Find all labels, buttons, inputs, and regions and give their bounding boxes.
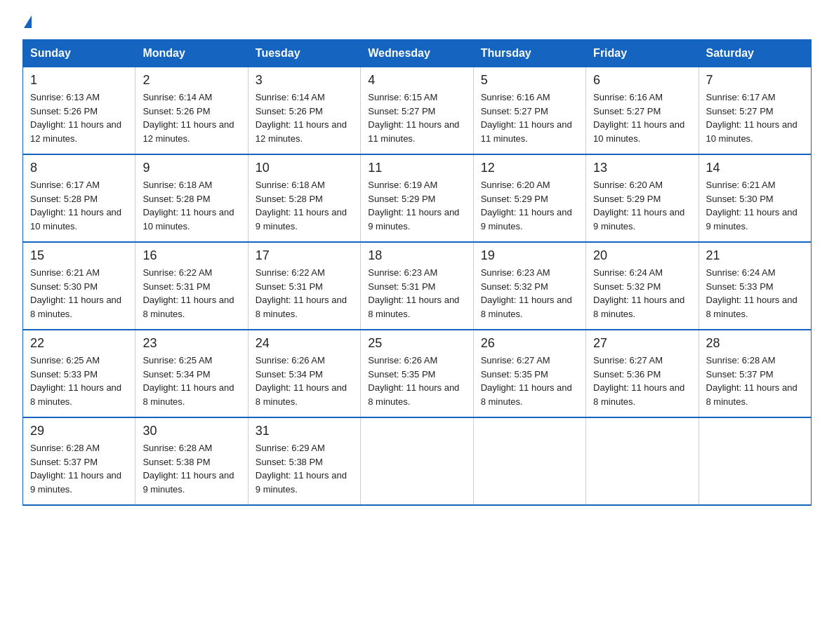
header-thursday: Thursday: [473, 40, 585, 67]
calendar-cell: [699, 417, 811, 505]
calendar-cell: 5Sunrise: 6:16 AMSunset: 5:27 PMDaylight…: [473, 67, 585, 155]
calendar-cell: 17Sunrise: 6:22 AMSunset: 5:31 PMDayligh…: [248, 242, 360, 330]
day-info: Sunrise: 6:16 AMSunset: 5:27 PMDaylight:…: [593, 90, 691, 145]
calendar-cell: 11Sunrise: 6:19 AMSunset: 5:29 PMDayligh…: [361, 154, 473, 242]
day-info: Sunrise: 6:21 AMSunset: 5:30 PMDaylight:…: [30, 266, 128, 321]
day-info: Sunrise: 6:22 AMSunset: 5:31 PMDaylight:…: [256, 266, 353, 321]
day-number: 29: [30, 424, 128, 438]
day-number: 4: [368, 73, 465, 88]
calendar-cell: [586, 417, 699, 505]
day-info: Sunrise: 6:28 AMSunset: 5:38 PMDaylight:…: [143, 441, 240, 496]
calendar-cell: 22Sunrise: 6:25 AMSunset: 5:33 PMDayligh…: [23, 330, 135, 417]
calendar-cell: 3Sunrise: 6:14 AMSunset: 5:26 PMDaylight…: [248, 67, 360, 155]
calendar-cell: 4Sunrise: 6:15 AMSunset: 5:27 PMDaylight…: [361, 67, 473, 155]
day-info: Sunrise: 6:22 AMSunset: 5:31 PMDaylight:…: [143, 266, 240, 321]
calendar-cell: 29Sunrise: 6:28 AMSunset: 5:37 PMDayligh…: [23, 417, 135, 505]
day-number: 3: [256, 73, 353, 88]
day-number: 14: [706, 161, 804, 175]
calendar-cell: 18Sunrise: 6:23 AMSunset: 5:31 PMDayligh…: [361, 242, 473, 330]
week-row-4: 22Sunrise: 6:25 AMSunset: 5:33 PMDayligh…: [23, 330, 812, 417]
calendar-cell: 2Sunrise: 6:14 AMSunset: 5:26 PMDaylight…: [135, 67, 248, 155]
day-number: 6: [593, 73, 691, 88]
day-info: Sunrise: 6:17 AMSunset: 5:27 PMDaylight:…: [706, 90, 804, 145]
header-tuesday: Tuesday: [248, 40, 360, 67]
calendar-cell: 28Sunrise: 6:28 AMSunset: 5:37 PMDayligh…: [699, 330, 811, 417]
calendar-cell: 16Sunrise: 6:22 AMSunset: 5:31 PMDayligh…: [135, 242, 248, 330]
calendar-cell: 27Sunrise: 6:27 AMSunset: 5:36 PMDayligh…: [586, 330, 699, 417]
day-info: Sunrise: 6:27 AMSunset: 5:36 PMDaylight:…: [593, 354, 691, 408]
calendar-cell: 8Sunrise: 6:17 AMSunset: 5:28 PMDaylight…: [23, 154, 135, 242]
day-number: 2: [143, 73, 240, 88]
day-info: Sunrise: 6:14 AMSunset: 5:26 PMDaylight:…: [143, 90, 240, 145]
day-info: Sunrise: 6:24 AMSunset: 5:32 PMDaylight:…: [593, 266, 691, 321]
day-info: Sunrise: 6:25 AMSunset: 5:33 PMDaylight:…: [30, 354, 128, 408]
day-info: Sunrise: 6:21 AMSunset: 5:30 PMDaylight:…: [706, 178, 804, 233]
day-number: 9: [143, 161, 240, 175]
day-number: 1: [30, 73, 128, 88]
day-number: 11: [368, 161, 465, 175]
day-info: Sunrise: 6:20 AMSunset: 5:29 PMDaylight:…: [593, 178, 691, 233]
day-number: 28: [706, 336, 804, 351]
calendar-cell: 20Sunrise: 6:24 AMSunset: 5:32 PMDayligh…: [586, 242, 699, 330]
logo: [22, 17, 32, 28]
calendar-cell: 30Sunrise: 6:28 AMSunset: 5:38 PMDayligh…: [135, 417, 248, 505]
day-number: 23: [143, 336, 240, 351]
calendar-cell: [361, 417, 473, 505]
day-number: 31: [256, 424, 353, 438]
day-info: Sunrise: 6:16 AMSunset: 5:27 PMDaylight:…: [481, 90, 578, 145]
header-saturday: Saturday: [699, 40, 811, 67]
day-number: 24: [256, 336, 353, 351]
day-info: Sunrise: 6:18 AMSunset: 5:28 PMDaylight:…: [256, 178, 353, 233]
day-number: 13: [593, 161, 691, 175]
day-number: 21: [706, 248, 804, 263]
calendar-cell: 7Sunrise: 6:17 AMSunset: 5:27 PMDaylight…: [699, 67, 811, 155]
calendar-cell: 25Sunrise: 6:26 AMSunset: 5:35 PMDayligh…: [361, 330, 473, 417]
calendar-cell: 6Sunrise: 6:16 AMSunset: 5:27 PMDaylight…: [586, 67, 699, 155]
day-info: Sunrise: 6:18 AMSunset: 5:28 PMDaylight:…: [143, 178, 240, 233]
day-number: 18: [368, 248, 465, 263]
calendar-cell: 24Sunrise: 6:26 AMSunset: 5:34 PMDayligh…: [248, 330, 360, 417]
day-info: Sunrise: 6:28 AMSunset: 5:37 PMDaylight:…: [706, 354, 804, 408]
logo-triangle-icon: [24, 15, 32, 28]
day-info: Sunrise: 6:14 AMSunset: 5:26 PMDaylight:…: [256, 90, 353, 145]
day-number: 25: [368, 336, 465, 351]
day-number: 22: [30, 336, 128, 351]
week-row-2: 8Sunrise: 6:17 AMSunset: 5:28 PMDaylight…: [23, 154, 812, 242]
day-number: 17: [256, 248, 353, 263]
day-info: Sunrise: 6:23 AMSunset: 5:32 PMDaylight:…: [481, 266, 578, 321]
day-info: Sunrise: 6:17 AMSunset: 5:28 PMDaylight:…: [30, 178, 128, 233]
calendar-cell: 31Sunrise: 6:29 AMSunset: 5:38 PMDayligh…: [248, 417, 360, 505]
calendar-cell: 13Sunrise: 6:20 AMSunset: 5:29 PMDayligh…: [586, 154, 699, 242]
day-info: Sunrise: 6:15 AMSunset: 5:27 PMDaylight:…: [368, 90, 465, 145]
day-number: 5: [481, 73, 578, 88]
header-sunday: Sunday: [23, 40, 135, 67]
day-info: Sunrise: 6:27 AMSunset: 5:35 PMDaylight:…: [481, 354, 578, 408]
calendar-cell: [473, 417, 585, 505]
header-friday: Friday: [586, 40, 699, 67]
day-number: 20: [593, 248, 691, 263]
day-number: 15: [30, 248, 128, 263]
calendar-cell: 10Sunrise: 6:18 AMSunset: 5:28 PMDayligh…: [248, 154, 360, 242]
calendar-cell: 15Sunrise: 6:21 AMSunset: 5:30 PMDayligh…: [23, 242, 135, 330]
week-row-3: 15Sunrise: 6:21 AMSunset: 5:30 PMDayligh…: [23, 242, 812, 330]
day-info: Sunrise: 6:29 AMSunset: 5:38 PMDaylight:…: [256, 441, 353, 496]
day-info: Sunrise: 6:28 AMSunset: 5:37 PMDaylight:…: [30, 441, 128, 496]
calendar-cell: 12Sunrise: 6:20 AMSunset: 5:29 PMDayligh…: [473, 154, 585, 242]
day-info: Sunrise: 6:23 AMSunset: 5:31 PMDaylight:…: [368, 266, 465, 321]
day-number: 8: [30, 161, 128, 175]
day-number: 12: [481, 161, 578, 175]
day-info: Sunrise: 6:26 AMSunset: 5:35 PMDaylight:…: [368, 354, 465, 408]
day-info: Sunrise: 6:25 AMSunset: 5:34 PMDaylight:…: [143, 354, 240, 408]
calendar-cell: 26Sunrise: 6:27 AMSunset: 5:35 PMDayligh…: [473, 330, 585, 417]
page-header: [22, 17, 812, 28]
day-info: Sunrise: 6:24 AMSunset: 5:33 PMDaylight:…: [706, 266, 804, 321]
day-number: 26: [481, 336, 578, 351]
calendar-cell: 9Sunrise: 6:18 AMSunset: 5:28 PMDaylight…: [135, 154, 248, 242]
header-row: SundayMondayTuesdayWednesdayThursdayFrid…: [23, 40, 812, 67]
header-monday: Monday: [135, 40, 248, 67]
day-number: 10: [256, 161, 353, 175]
day-info: Sunrise: 6:19 AMSunset: 5:29 PMDaylight:…: [368, 178, 465, 233]
day-number: 19: [481, 248, 578, 263]
week-row-1: 1Sunrise: 6:13 AMSunset: 5:26 PMDaylight…: [23, 67, 812, 155]
day-number: 7: [706, 73, 804, 88]
